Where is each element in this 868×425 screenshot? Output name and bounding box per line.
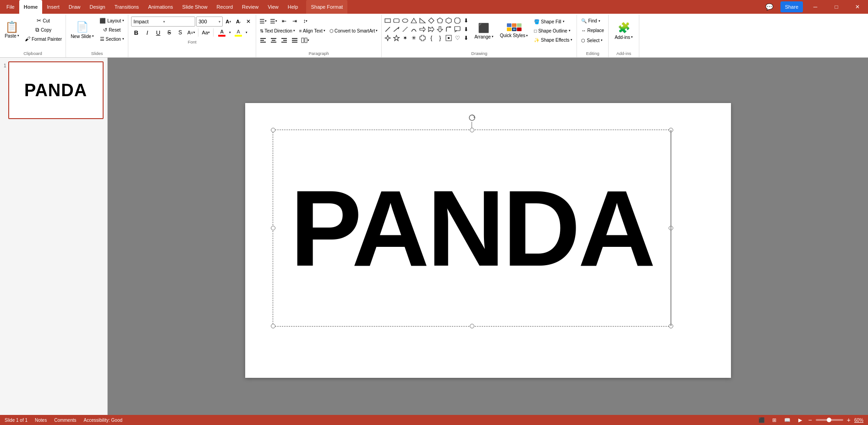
shape-cross[interactable] — [418, 34, 427, 42]
shape-hexagon[interactable] — [445, 16, 453, 25]
tab-slideshow[interactable]: Slide Show — [178, 0, 212, 14]
highlight-button[interactable]: A — [232, 27, 245, 38]
section-button[interactable]: ☰ Section ▾ — [98, 35, 126, 43]
slide-canvas[interactable]: PANDA — [245, 103, 731, 378]
char-spacing-button[interactable]: AV▾ — [186, 27, 196, 38]
shape-star4[interactable] — [384, 34, 392, 42]
highlight-arrow[interactable]: ▾ — [246, 31, 247, 34]
text-direction-button[interactable]: ⇅ Text Direction ▾ — [258, 27, 297, 35]
clear-format-button[interactable]: ✕ — [244, 17, 253, 26]
presenter-view-button[interactable]: ▶ — [796, 416, 805, 424]
shape-triangle[interactable] — [410, 16, 418, 25]
shape-fill-button[interactable]: 🪣 Shape Fill ▾ — [532, 17, 575, 26]
font-size-dropdown[interactable]: 300 ▾ — [196, 16, 223, 27]
tab-transitions[interactable]: Transitions — [110, 0, 143, 14]
shape-star6[interactable]: ✶ — [401, 34, 409, 42]
shape-more[interactable]: ⬇ — [462, 25, 470, 33]
shape-line[interactable] — [384, 25, 392, 33]
decrease-font-button[interactable]: A- — [234, 17, 243, 26]
handle-tm[interactable] — [470, 128, 474, 132]
shape-scroll2[interactable]: ⬇ — [462, 34, 470, 42]
bullets-button[interactable]: ☰▾ — [258, 16, 268, 26]
shape-heart[interactable]: ♡ — [453, 34, 461, 42]
strikethrough-button[interactable]: S — [164, 27, 174, 38]
align-center-button[interactable] — [269, 36, 279, 45]
shape-star8[interactable]: ✳ — [410, 34, 418, 42]
columns-button[interactable]: ▾ — [300, 36, 310, 45]
format-painter-button[interactable]: 🖌 Format Painter — [23, 35, 64, 43]
handle-ml[interactable] — [271, 226, 275, 230]
shape-callout[interactable] — [453, 25, 461, 33]
align-text-button[interactable]: ≡ Align Text ▾ — [297, 27, 327, 35]
shape-star5[interactable] — [392, 34, 401, 42]
shape-arrow2[interactable] — [427, 25, 435, 33]
shape-ellipse[interactable] — [401, 16, 409, 25]
shape-connector[interactable] — [401, 25, 409, 33]
shape-diamond[interactable] — [427, 16, 435, 25]
shape-rectangle[interactable] — [384, 16, 392, 25]
shape-pentagon[interactable] — [436, 16, 444, 25]
minimize-button[interactable]: ─ — [805, 0, 826, 14]
zoom-slider[interactable] — [816, 419, 843, 421]
notes-button[interactable]: Notes — [35, 418, 47, 423]
font-color-button[interactable]: A — [215, 27, 228, 38]
tab-home[interactable]: Home — [19, 0, 43, 14]
change-case-button[interactable]: Aa▾ — [200, 27, 211, 38]
shape-bent-arrow[interactable] — [445, 25, 453, 33]
replace-button[interactable]: ↔ Replace — [579, 26, 606, 35]
layout-button[interactable]: ⬛ Layout ▾ — [98, 16, 126, 25]
arrange-button[interactable]: ⬛ Arrange ▾ — [472, 16, 496, 45]
normal-view-button[interactable]: ⬛ — [757, 416, 766, 424]
italic-button[interactable]: I — [142, 27, 152, 38]
tab-animations[interactable]: Animations — [143, 0, 177, 14]
decrease-indent-button[interactable]: ⇤ — [279, 16, 289, 26]
new-slide-button[interactable]: 📄 New Slide ▾ — [68, 16, 97, 44]
shape-arrow[interactable] — [418, 25, 427, 33]
tab-design[interactable]: Design — [85, 0, 110, 14]
justify-button[interactable] — [290, 36, 300, 45]
font-color-arrow[interactable]: ▾ — [229, 31, 231, 34]
shape-effects-button[interactable]: ✨ Shape Effects ▾ — [532, 36, 575, 44]
share-button[interactable]: Share — [780, 1, 803, 12]
handle-bm[interactable] — [470, 324, 474, 328]
line-spacing-button[interactable]: ↕▾ — [300, 16, 310, 26]
numbering-button[interactable]: ☰▾ — [269, 16, 279, 26]
zoom-level[interactable]: 60% — [854, 418, 863, 423]
addins-button[interactable]: 🧩 Add-ins ▾ — [610, 16, 637, 45]
underline-button[interactable]: U — [153, 27, 163, 38]
shape-brace2[interactable]: } — [436, 34, 444, 42]
tab-view[interactable]: View — [263, 0, 283, 14]
shape-line2[interactable] — [392, 25, 401, 33]
convert-smartart-button[interactable]: ⬡ Convert to SmartArt ▾ — [328, 27, 379, 35]
tab-help[interactable]: Help — [283, 0, 303, 14]
shape-brace[interactable]: { — [427, 34, 435, 42]
maximize-button[interactable]: □ — [826, 0, 847, 14]
handle-bl[interactable] — [271, 324, 275, 328]
increase-indent-button[interactable]: ⇥ — [290, 16, 300, 26]
select-button[interactable]: ⬡ Select ▾ — [579, 36, 606, 45]
increase-font-button[interactable]: A+ — [224, 17, 233, 26]
shape-down-arrow[interactable] — [436, 25, 444, 33]
find-button[interactable]: 🔍 Find ▾ — [579, 16, 606, 25]
cut-button[interactable]: ✂ Cut — [23, 16, 64, 25]
bold-button[interactable]: B — [131, 27, 141, 38]
quick-styles-button[interactable]: Quick Styles ▾ — [497, 16, 531, 45]
align-left-button[interactable] — [258, 36, 268, 45]
tab-record[interactable]: Record — [212, 0, 237, 14]
shape-octagon[interactable] — [453, 16, 461, 25]
chat-icon[interactable]: 💬 — [760, 0, 779, 14]
comments-button[interactable]: Comments — [54, 418, 76, 423]
slide-thumbnail[interactable]: PANDA — [8, 61, 104, 119]
shape-outline-button[interactable]: □ Shape Outline ▾ — [532, 27, 575, 35]
text-box[interactable]: PANDA — [273, 130, 671, 327]
font-family-dropdown[interactable]: Impact ▾ — [131, 16, 195, 27]
tab-draw[interactable]: Draw — [64, 0, 85, 14]
text-shadow-button[interactable]: S — [175, 27, 185, 38]
rotate-handle[interactable] — [468, 114, 476, 121]
tab-shape-format[interactable]: Shape Format — [306, 0, 347, 14]
slide-sorter-button[interactable]: ⊞ — [770, 416, 779, 424]
close-button[interactable]: ✕ — [847, 0, 868, 14]
tab-file[interactable]: File — [2, 0, 19, 14]
shape-scroll[interactable]: ⬇ — [462, 16, 470, 25]
reset-button[interactable]: ↺ Reset — [98, 26, 126, 34]
